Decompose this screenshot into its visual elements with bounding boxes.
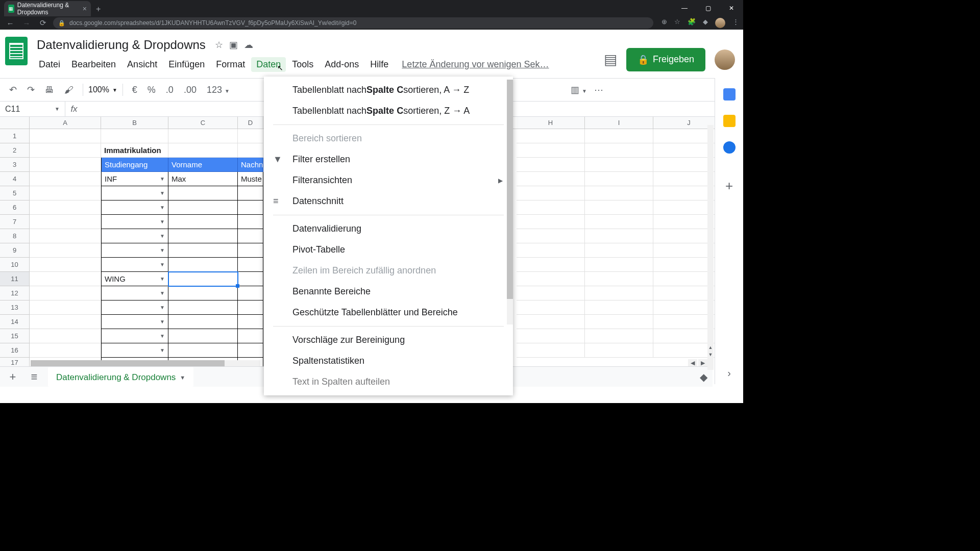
dropdown-arrow-icon[interactable]: ▼ xyxy=(160,176,165,182)
cell[interactable] xyxy=(30,229,101,243)
col-header-c[interactable]: C xyxy=(168,117,238,129)
print-icon[interactable]: 🖶 xyxy=(41,82,58,98)
menu-daten[interactable]: Daten xyxy=(251,57,286,72)
menu-protected-sheets[interactable]: Geschützte Tabellenblätter und Bereiche xyxy=(264,302,513,323)
cell[interactable] xyxy=(168,229,238,243)
cell[interactable] xyxy=(585,243,653,258)
cell[interactable] xyxy=(30,343,101,358)
dropdown-arrow-icon[interactable]: ▼ xyxy=(160,262,165,267)
doc-title[interactable]: Datenvalidierung & Dropdowns xyxy=(34,37,209,53)
cell-title[interactable]: Immatrikulation xyxy=(101,143,168,158)
move-icon[interactable]: ▣ xyxy=(229,39,238,51)
dropdown-arrow-icon[interactable]: ▼ xyxy=(160,290,165,296)
dropdown-arrow-icon[interactable]: ▼ xyxy=(160,347,165,353)
cell[interactable]: Max xyxy=(168,172,238,186)
menu-slicer[interactable]: ≡Datenschnitt xyxy=(264,191,513,212)
menu-cleanup-suggestions[interactable]: Vorschläge zur Bereinigung xyxy=(264,330,513,350)
cell[interactable] xyxy=(168,143,238,158)
cell[interactable] xyxy=(517,300,585,315)
cell[interactable] xyxy=(585,286,653,300)
scroll-down-icon[interactable]: ▼ xyxy=(707,352,714,359)
calendar-icon[interactable] xyxy=(723,88,736,101)
cell[interactable] xyxy=(30,129,101,143)
cell-dropdown[interactable]: ▼ xyxy=(101,215,168,229)
cell-dropdown[interactable]: ▼ xyxy=(101,329,168,343)
explore-icon[interactable]: ◆ xyxy=(700,371,707,383)
cell[interactable] xyxy=(30,272,101,286)
dropdown-arrow-icon[interactable]: ▼ xyxy=(160,247,165,253)
cell-dropdown[interactable]: ▼ xyxy=(101,343,168,358)
cell-dropdown[interactable]: WING▼ xyxy=(101,272,168,286)
cell[interactable] xyxy=(653,201,725,215)
cell[interactable] xyxy=(585,258,653,272)
cell[interactable] xyxy=(168,258,238,272)
menu-ansicht[interactable]: Ansicht xyxy=(122,57,162,72)
cell[interactable] xyxy=(653,258,725,272)
increase-decimal-button[interactable]: .00 xyxy=(180,82,201,98)
cell[interactable] xyxy=(585,172,653,186)
address-bar[interactable]: 🔒 docs.google.com/spreadsheets/d/1JKUDAN… xyxy=(53,17,653,29)
cell[interactable] xyxy=(238,258,263,272)
row-header[interactable]: 9 xyxy=(0,243,30,258)
dropdown-arrow-icon[interactable]: ▼ xyxy=(160,233,165,239)
cell[interactable] xyxy=(168,186,238,201)
cell[interactable] xyxy=(653,186,725,201)
cell[interactable] xyxy=(653,215,725,229)
cell[interactable] xyxy=(238,229,263,243)
cell[interactable] xyxy=(168,286,238,300)
cell-dropdown[interactable]: ▼ xyxy=(101,201,168,215)
menu-pivot-table[interactable]: Pivot-Tabelle xyxy=(264,239,513,260)
comments-icon[interactable]: ▤ xyxy=(604,51,617,68)
cell[interactable] xyxy=(238,129,263,143)
col-header-d[interactable]: D xyxy=(238,117,263,129)
col-header-b[interactable]: B xyxy=(101,117,168,129)
cell[interactable] xyxy=(653,272,725,286)
close-window-icon[interactable]: ✕ xyxy=(720,0,743,16)
menu-einfuegen[interactable]: Einfügen xyxy=(163,57,210,72)
menu-create-filter[interactable]: ▼Filter erstellen xyxy=(264,149,513,170)
cell[interactable] xyxy=(30,258,101,272)
cell[interactable]: Muste xyxy=(238,172,263,186)
row-header[interactable]: 12 xyxy=(0,286,30,300)
cell[interactable] xyxy=(517,186,585,201)
row-header[interactable]: 3 xyxy=(0,158,30,172)
row-header[interactable]: 15 xyxy=(0,329,30,343)
cell[interactable] xyxy=(585,186,653,201)
cell[interactable] xyxy=(238,329,263,343)
cell-selected[interactable] xyxy=(168,272,238,286)
cell[interactable] xyxy=(653,143,725,158)
cell[interactable] xyxy=(168,343,238,358)
cell[interactable] xyxy=(238,215,263,229)
cell[interactable] xyxy=(585,343,653,358)
currency-button[interactable]: € xyxy=(128,82,141,98)
new-tab-button[interactable]: + xyxy=(96,2,101,16)
star-icon[interactable]: ☆ xyxy=(215,39,223,51)
sheet-tab[interactable]: Datenvalidierung & Dropdowns▼ xyxy=(48,367,193,387)
last-edit-link[interactable]: Letzte Änderung vor wenigen Sek… xyxy=(402,59,549,70)
undo-icon[interactable]: ↶ xyxy=(5,81,21,98)
extensions-icon[interactable]: 🧩 xyxy=(688,18,696,28)
cell[interactable] xyxy=(238,315,263,329)
row-header[interactable]: 16 xyxy=(0,343,30,358)
more-toolbar-icon[interactable]: ⋯ xyxy=(594,84,603,95)
zoom-icon[interactable]: ⊕ xyxy=(662,18,667,28)
cell-dropdown[interactable]: ▼ xyxy=(101,258,168,272)
row-header[interactable]: 11 xyxy=(0,272,30,286)
extension-icon[interactable]: ◆ xyxy=(703,18,708,28)
cell[interactable] xyxy=(653,229,725,243)
cell[interactable] xyxy=(585,329,653,343)
menu-split-text[interactable]: Text in Spalten aufteilen xyxy=(264,371,513,392)
row-header[interactable]: 5 xyxy=(0,186,30,201)
cell[interactable] xyxy=(238,201,263,215)
cell[interactable] xyxy=(30,201,101,215)
add-sheet-button[interactable]: + xyxy=(5,370,20,384)
cell[interactable] xyxy=(168,129,238,143)
dropdown-arrow-icon[interactable]: ▼ xyxy=(160,190,165,196)
cell[interactable] xyxy=(168,243,238,258)
fill-handle[interactable] xyxy=(236,284,239,288)
horizontal-scrollbar[interactable] xyxy=(31,360,260,366)
menu-hilfe[interactable]: Hilfe xyxy=(365,57,394,72)
row-header[interactable]: 14 xyxy=(0,315,30,329)
dropdown-arrow-icon[interactable]: ▼ xyxy=(160,205,165,210)
keep-icon[interactable] xyxy=(723,115,736,127)
